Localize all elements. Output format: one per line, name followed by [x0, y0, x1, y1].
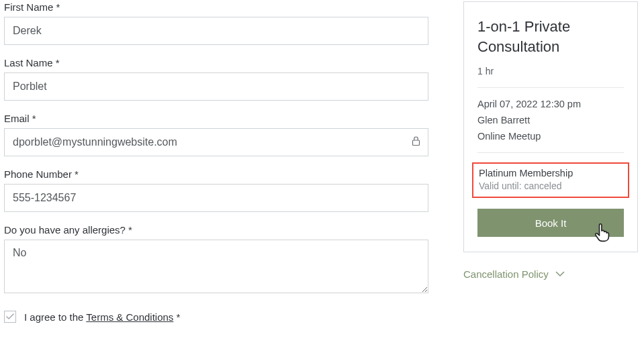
- first-name-label: First Name *: [4, 1, 434, 13]
- location: Online Meetup: [477, 131, 624, 142]
- last-name-input[interactable]: [4, 72, 428, 101]
- terms-text: I agree to the Terms & Conditions *: [24, 311, 180, 323]
- terms-link[interactable]: Terms & Conditions: [86, 311, 173, 323]
- service-duration: 1 hr: [477, 66, 624, 76]
- phone-label: Phone Number *: [4, 168, 434, 180]
- cancellation-policy-toggle[interactable]: Cancellation Policy: [463, 268, 638, 280]
- email-label: Email *: [4, 113, 434, 124]
- membership-validity: Valid until: canceled: [479, 181, 623, 191]
- divider: [477, 87, 624, 88]
- divider: [477, 152, 624, 153]
- phone-input[interactable]: [4, 184, 428, 212]
- cursor-hand-icon: [593, 223, 610, 245]
- first-name-input[interactable]: [4, 17, 428, 45]
- booking-form: First Name * Last Name * Email * Phone N…: [4, 0, 434, 323]
- last-name-label: Last Name *: [4, 57, 434, 68]
- book-it-label: Book It: [535, 217, 567, 229]
- allergies-label: Do you have any allergies? *: [4, 224, 434, 236]
- service-title: 1-on-1 Private Consultation: [477, 17, 624, 56]
- book-it-button[interactable]: Book It: [477, 209, 624, 237]
- booking-summary-card: 1-on-1 Private Consultation 1 hr April 0…: [463, 1, 638, 252]
- terms-checkbox[interactable]: [4, 311, 16, 323]
- terms-suffix: *: [173, 311, 180, 323]
- email-input[interactable]: [4, 128, 428, 156]
- membership-highlight: Platinum Membership Valid until: cancele…: [472, 162, 629, 198]
- membership-name: Platinum Membership: [479, 168, 623, 178]
- cancellation-policy-label: Cancellation Policy: [463, 268, 549, 280]
- terms-prefix: I agree to the: [24, 311, 86, 323]
- allergies-input[interactable]: [4, 240, 428, 293]
- provider-name: Glen Barrett: [477, 115, 624, 125]
- appointment-datetime: April 07, 2022 12:30 pm: [477, 99, 624, 109]
- chevron-down-icon: [555, 271, 565, 277]
